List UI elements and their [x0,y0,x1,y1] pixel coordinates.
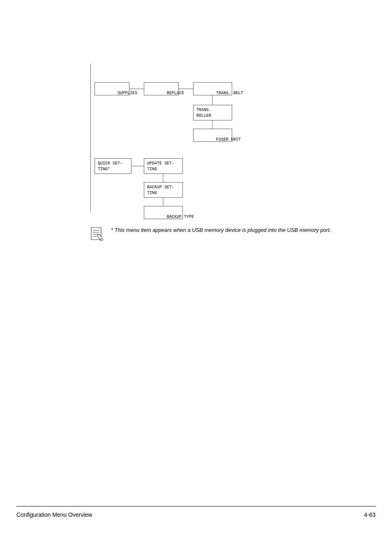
backup-type-box: BACKUP TYPE [144,206,183,219]
footer-chapter-title: Configuration Menu Overview [16,511,92,518]
note-text: * This menu item appears when a USB memo… [111,226,331,234]
trans-belt-box: TRANS. BELT [193,82,232,95]
supplies-box: SUPPLIES [95,82,129,95]
footer-divider [16,506,376,506]
menu-diagram: SUPPLIES REPLACE TRANS. BELT TRANS. ROLL… [90,64,304,212]
backup-setting-box: BACKUP SET- TING [144,182,183,198]
trans-roller-box: TRANS. ROLLER [193,105,232,120]
left-border-line [90,64,91,212]
update-setting-box: UPDATE SET- TING [144,158,183,174]
fuser-unit-box: FUSER UNIT [193,129,232,142]
note-icon [90,227,107,241]
quick-setting-box: QUICK SET- TING* [95,158,131,174]
page: SUPPLIES REPLACE TRANS. BELT TRANS. ROLL… [0,0,392,555]
note-section: * This menu item appears when a USB memo… [90,226,370,241]
replace-box: REPLACE [144,82,179,95]
footer-page-number: 4-63 [364,511,376,518]
